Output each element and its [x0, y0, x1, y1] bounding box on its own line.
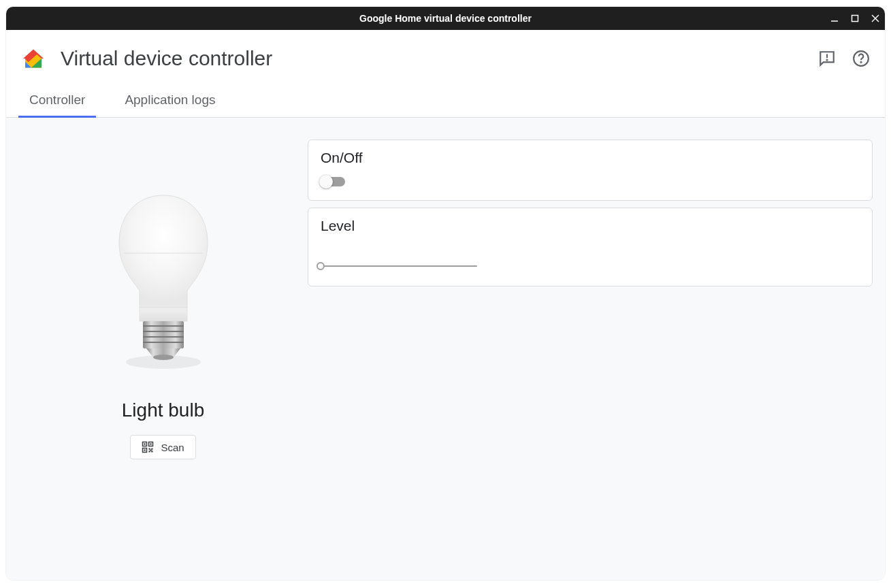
device-name: Light bulb: [122, 399, 204, 421]
svg-rect-27: [150, 449, 152, 451]
google-home-logo-icon: [21, 46, 46, 71]
minimize-icon[interactable]: [830, 14, 839, 22]
device-panel: Light bulb Scan: [18, 140, 308, 558]
maximize-icon[interactable]: [851, 14, 859, 22]
tab-controller[interactable]: Controller: [29, 87, 85, 117]
window-title: Google Home virtual device controller: [359, 13, 532, 24]
scan-button[interactable]: Scan: [130, 435, 195, 459]
feedback-icon[interactable]: [818, 50, 836, 67]
svg-point-16: [153, 355, 174, 360]
slider-container: [321, 245, 860, 272]
controls-panel: On/Off Level: [308, 140, 873, 558]
qr-code-icon: [142, 441, 154, 453]
app-window: Google Home virtual device controller Vi…: [6, 7, 885, 580]
titlebar: Google Home virtual device controller: [6, 7, 885, 30]
level-label: Level: [321, 218, 860, 234]
window-controls: [830, 7, 879, 30]
svg-point-7: [860, 61, 861, 62]
close-icon[interactable]: [871, 14, 879, 22]
app-body: Virtual device controller Controller App…: [6, 30, 885, 580]
tab-application-logs[interactable]: Application logs: [125, 87, 215, 117]
app-title: Virtual device controller: [61, 47, 818, 70]
svg-point-5: [826, 59, 827, 60]
scan-button-label: Scan: [161, 442, 184, 453]
tabs: Controller Application logs: [6, 87, 885, 118]
slider-thumb[interactable]: [317, 262, 325, 270]
svg-rect-22: [144, 449, 146, 451]
onoff-card: On/Off: [308, 140, 873, 201]
onoff-toggle[interactable]: [321, 177, 345, 186]
header: Virtual device controller: [6, 30, 885, 87]
svg-rect-1: [852, 16, 858, 22]
header-actions: [818, 50, 870, 67]
light-bulb-image: [109, 189, 218, 372]
svg-rect-10: [140, 308, 187, 321]
help-icon[interactable]: [852, 50, 870, 67]
svg-rect-20: [150, 443, 152, 444]
toggle-thumb: [319, 175, 333, 189]
level-card: Level: [308, 208, 873, 287]
onoff-label: On/Off: [321, 150, 860, 166]
level-slider[interactable]: [321, 265, 477, 267]
svg-rect-18: [144, 443, 146, 444]
content-area: Light bulb Scan: [6, 118, 885, 580]
